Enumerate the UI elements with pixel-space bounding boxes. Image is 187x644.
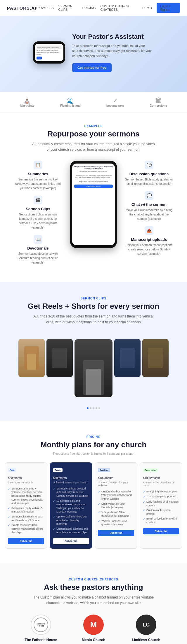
subscribe-free-button[interactable]: Subscribe — [8, 538, 44, 544]
pricing-section: Pricing Monthly plans for any church The… — [0, 421, 187, 563]
plan-badge-basic: Basic — [53, 468, 63, 472]
hero-text: Your Pastor's Assistant Take a sermon ma… — [72, 33, 154, 72]
manuscript-icon: 📤 — [145, 226, 153, 235]
feature-summaries: 📋 Summaries Summarize the sermon w/ key … — [12, 161, 64, 190]
plan-feature-basic-4: Customizable captions and templates for … — [53, 527, 89, 534]
chat-title: Chat w/ the sermon — [125, 202, 173, 207]
clip-dot-4[interactable] — [96, 407, 97, 409]
plan-sub-custom: Custom ChatGPT for your website — [98, 481, 134, 487]
sermon-clips-title: Sermon Clips — [14, 207, 62, 211]
nav-sermon-clips[interactable]: SERMON CLIPS — [58, 4, 78, 11]
plan-badge-free: Free — [8, 468, 16, 472]
clip-dot-2[interactable] — [90, 407, 91, 409]
chat-icon: 💭 — [145, 191, 153, 200]
plan-sub-basic: Unlimited sermons per month — [53, 481, 89, 484]
summaries-desc: Summarize the sermon w/ key takeaways, t… — [14, 177, 62, 190]
clip-thumb-featured — [75, 339, 112, 397]
clip-dot-1[interactable] — [87, 407, 89, 409]
clip-thumb-4 — [114, 339, 141, 377]
features-left: 📋 Summaries Summarize the sermon w/ key … — [12, 161, 64, 265]
navbar: PASTORS.AI EXAMPLES SERMON CLIPS PRICING… — [0, 0, 187, 16]
feature-sermon-clips: 🎬 Sermon Clips Get captioned clips in va… — [12, 196, 64, 230]
clip-dot-5[interactable] — [98, 407, 100, 409]
plan-price-custom: $100/month — [98, 474, 134, 480]
plan-feature-basic-1: Sermon chatbots created automatically fr… — [53, 487, 89, 498]
pricing-title: Monthly plans for any church — [5, 440, 182, 449]
logo-lakepointe: ⛪ lakepointe — [20, 97, 34, 107]
examples-section: Examples Repurpose your sermons Automati… — [0, 113, 187, 282]
fathers-house-logo: Father'sHouse — [31, 615, 51, 635]
chatbots-section: Custom church chatbots Ask these pastors… — [0, 563, 187, 644]
chatbots-tag: Custom church chatbots — [7, 578, 180, 581]
sermon-clips-icon: 🎬 — [34, 196, 42, 204]
nav-examples[interactable]: EXAMPLES — [36, 6, 53, 10]
devotionals-title: Devotionals — [14, 246, 62, 250]
logo-cornerstone: 🏛 Cornerstone — [150, 97, 167, 107]
clips-title: Get Reels + Shorts for every sermon — [0, 302, 187, 311]
plan-feature-custom-4: Weekly report on user questions/answers — [98, 519, 134, 526]
subscribe-custom-button[interactable]: Subscribe — [98, 530, 134, 536]
feature-discussion: 💬 Discussion questions Sermon-based Bibl… — [123, 161, 175, 186]
chatbot-card-fathers-house: Father'sHouse The Father's House FH's ch… — [18, 615, 64, 644]
clip-dot-3[interactable] — [93, 407, 94, 409]
chatbot-cards: Father'sHouse The Father's House FH's ch… — [7, 615, 180, 644]
plan-feature-ent-3: Daily fetching of all youtube content — [143, 500, 179, 507]
manuscript-title: Manuscript uploads — [125, 237, 173, 242]
hero-cta-button[interactable]: Get started for free — [72, 63, 112, 72]
pricing-note: There also a free plan, which is limited… — [5, 452, 182, 455]
login-button[interactable]: Login / Signup — [157, 3, 180, 13]
plan-badge-custom: Custom — [98, 468, 110, 472]
plan-feature-ent-4: Customizable system prompt — [143, 508, 179, 516]
sermon-clips-desc: Get captioned clips in various formats o… — [14, 212, 62, 230]
features-right: 💬 Discussion questions Sermon-based Bibl… — [123, 161, 175, 256]
pricing-card-free: Free $20/month 2 sermons per month Sermo… — [5, 462, 47, 549]
nav-pricing[interactable]: PRICING — [82, 6, 96, 10]
discussion-title: Discussion questions — [125, 172, 173, 176]
clips-subtitle: A.I. finds 3-10 of the best quotes from … — [32, 314, 155, 325]
plan-sub-free: 2 sermons per month — [8, 481, 44, 484]
limitless-name: Limitless Church — [123, 638, 169, 642]
devotionals-icon: 📖 — [34, 235, 42, 244]
plan-feature-custom-1: Custom chatbot trained on your youtube c… — [98, 490, 134, 501]
phone-header: Assess Our Ownership - Romans 11:36 — [37, 45, 62, 49]
nav-demo[interactable]: DEMO — [142, 6, 152, 10]
menlo-logo: M — [83, 615, 104, 635]
chatbots-subtitle: The Custom plan allows you to make a cha… — [32, 595, 155, 606]
examples-tag: Examples — [7, 124, 180, 128]
plan-feature-free-1: Sermon summaries + youtube chapters, ser… — [8, 487, 44, 505]
becomenew-icon: ✓ — [106, 97, 124, 104]
cornerstone-icon: 🏛 — [150, 97, 167, 104]
features-area: 📋 Summaries Summarize the sermon w/ key … — [7, 161, 180, 271]
discussion-desc: Sermon-based Bible study guides for smal… — [125, 177, 173, 186]
clips-tag: Sermon Clips — [0, 297, 187, 300]
summaries-icon: 📋 — [34, 161, 42, 169]
manuscript-desc: Upload your sermon manuscript and create… — [125, 243, 173, 256]
limitless-logo: LC — [136, 615, 156, 635]
nav-links: EXAMPLES SERMON CLIPS PRICING CUSTOM CHU… — [36, 3, 180, 13]
subscribe-basic-button[interactable]: Subscribe — [53, 538, 89, 544]
fleming-icon: 🌊 — [60, 97, 81, 104]
plan-feature-free-3: Sermon clips ready to post as IG reels o… — [8, 515, 44, 522]
feature-chat: 💭 Chat w/ the sermon Make your own resou… — [123, 191, 175, 221]
plan-feature-ent-2: 70+ languages supported — [143, 495, 179, 499]
clip-thumb-1 — [18, 339, 45, 377]
nav-logo: PASTORS.AI — [7, 6, 36, 10]
feature-manuscript: 📤 Manuscript uploads Upload your sermon … — [123, 226, 175, 256]
phone-body: Hi, I've read scripture for the past few… — [37, 50, 62, 55]
cp-body: Day 1 Father, welcome us Living Patterso… — [74, 171, 113, 183]
hero-phone: Assess Our Ownership - Romans 11:36 Hi, … — [33, 41, 65, 63]
pricing-card-custom: Custom $100/month Custom ChatGPT for you… — [95, 462, 137, 549]
plan-feature-basic-3: Up to 5 staff members get emailed on Mon… — [53, 515, 89, 526]
hero-section: Assess Our Ownership - Romans 11:36 Hi, … — [0, 16, 187, 92]
plan-sub-enterprise: Answer 3,000 questions per month — [143, 481, 179, 487]
nav-chatbots[interactable]: CUSTOM CHURCH CHATBOTS — [101, 4, 138, 11]
feature-devotionals: 📖 Devotionals Sermon-based devotional wi… — [12, 235, 64, 265]
pricing-cards: Free $20/month 2 sermons per month Sermo… — [5, 462, 182, 549]
cp-question: Why hasn't Jesus come back yet? - Ascens… — [74, 166, 113, 169]
clips-grid — [0, 333, 187, 403]
clip-thumb-5 — [142, 339, 169, 377]
fathers-house-name: The Father's House — [18, 638, 64, 642]
plan-badge-enterprise: Enterprise — [143, 468, 158, 472]
logos-strip: ⛪ lakepointe 🌊 Fleming Island ✓ become n… — [0, 92, 187, 113]
subscribe-enterprise-button[interactable]: Subscribe — [143, 528, 179, 534]
